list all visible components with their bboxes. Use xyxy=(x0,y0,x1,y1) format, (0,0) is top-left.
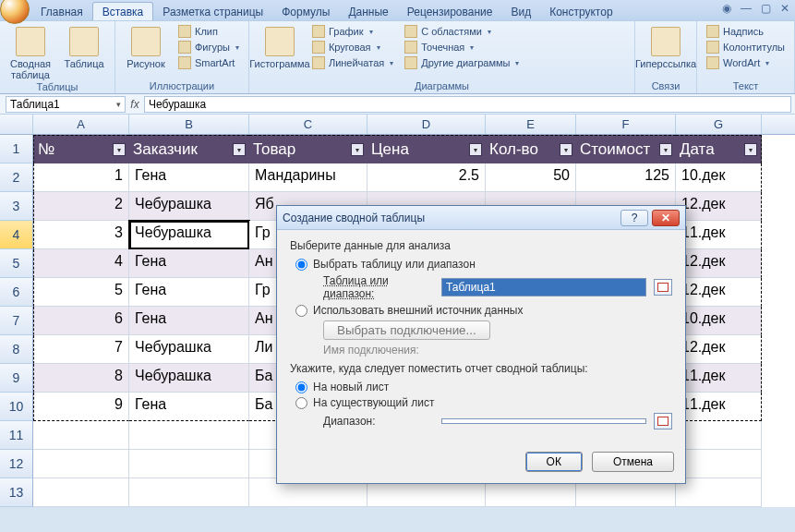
cell[interactable]: 10.дек xyxy=(676,307,762,335)
cell[interactable]: Гена xyxy=(129,393,249,421)
tab-home[interactable]: Главная xyxy=(31,3,92,20)
cell[interactable] xyxy=(129,450,249,478)
pie-chart-button[interactable]: Круговая▾ xyxy=(308,40,397,54)
radio-select-range[interactable] xyxy=(295,259,307,271)
cell[interactable] xyxy=(676,478,762,507)
name-box[interactable]: Таблица1▾ xyxy=(6,96,126,113)
cell[interactable]: Гена xyxy=(129,278,249,307)
pivot-table-button[interactable]: Сводная таблица xyxy=(6,24,55,80)
col-c[interactable]: C xyxy=(249,115,367,134)
row-header-6[interactable]: 6 xyxy=(0,278,33,307)
row-header-12[interactable]: 12 xyxy=(0,450,33,478)
shapes-button[interactable]: Фигуры▾ xyxy=(175,40,243,54)
help-icon[interactable]: ◉ xyxy=(722,2,731,15)
column-chart-button[interactable]: Гистограмма xyxy=(255,24,305,69)
col-e[interactable]: E xyxy=(486,115,576,134)
cell[interactable] xyxy=(129,478,249,507)
tab-formulas[interactable]: Формулы xyxy=(272,3,339,20)
cell[interactable]: 10.дек xyxy=(676,163,762,192)
cell[interactable]: 125 xyxy=(576,163,676,192)
cell[interactable]: 6 xyxy=(33,307,129,335)
radio-new-sheet[interactable] xyxy=(295,381,307,393)
dialog-help-button[interactable]: ? xyxy=(620,210,648,226)
cell[interactable]: 2 xyxy=(33,192,129,221)
cell[interactable]: 12.дек xyxy=(676,249,762,278)
table-header[interactable]: Дата▾ xyxy=(676,135,762,163)
table-header[interactable]: Заказчик▾ xyxy=(129,135,249,163)
cell[interactable]: Чебурашка xyxy=(129,221,249,249)
minimize-icon[interactable]: — xyxy=(741,2,752,15)
table-header[interactable]: Цена▾ xyxy=(367,135,486,163)
hyperlink-button[interactable]: Гиперссылка xyxy=(641,24,691,69)
range-picker-button[interactable] xyxy=(654,279,672,296)
tab-design[interactable]: Конструктор xyxy=(540,3,621,20)
table-header[interactable]: №▾ xyxy=(33,135,129,163)
row-header-11[interactable]: 11 xyxy=(0,421,33,450)
cell[interactable]: 1 xyxy=(33,163,129,192)
cell[interactable]: 8 xyxy=(33,364,129,393)
tab-data[interactable]: Данные xyxy=(339,3,397,20)
cell[interactable]: 7 xyxy=(33,335,129,364)
table-button[interactable]: Таблица xyxy=(59,24,109,69)
row-header-8[interactable]: 8 xyxy=(0,335,33,364)
cell[interactable]: Чебурашка xyxy=(129,192,249,221)
tab-review[interactable]: Рецензирование xyxy=(398,3,502,20)
formula-input[interactable]: Чебурашка xyxy=(144,96,791,113)
textbox-button[interactable]: Надпись xyxy=(703,24,789,39)
chevron-down-icon[interactable]: ▾ xyxy=(116,100,121,109)
range-input[interactable]: Таблица1 xyxy=(441,278,646,296)
col-a[interactable]: A xyxy=(33,115,129,134)
col-f[interactable]: F xyxy=(576,115,676,134)
radio-existing-sheet[interactable] xyxy=(295,397,307,409)
cell[interactable] xyxy=(129,421,249,450)
cell[interactable]: 9 xyxy=(33,393,129,421)
tab-insert[interactable]: Вставка xyxy=(92,2,154,20)
picture-button[interactable]: Рисунок xyxy=(121,24,171,69)
table-header[interactable]: Товар▾ xyxy=(249,135,367,163)
cell[interactable]: 11.дек xyxy=(676,364,762,393)
line-chart-button[interactable]: График▾ xyxy=(308,24,397,39)
ok-button[interactable]: ОК xyxy=(525,452,583,472)
filter-button[interactable]: ▾ xyxy=(351,143,364,156)
row-header-1[interactable]: 1 xyxy=(0,135,33,163)
cell[interactable] xyxy=(33,421,129,450)
cell[interactable]: 12.дек xyxy=(676,192,762,221)
cell[interactable]: Гена xyxy=(129,249,249,278)
area-chart-button[interactable]: С областями▾ xyxy=(401,24,523,39)
row-header-7[interactable]: 7 xyxy=(0,307,33,335)
filter-button[interactable]: ▾ xyxy=(659,143,672,156)
cell[interactable]: 50 xyxy=(486,163,576,192)
table-header[interactable]: Стоимост▾ xyxy=(576,135,676,163)
cell[interactable]: Гена xyxy=(129,307,249,335)
other-charts-button[interactable]: Другие диаграммы▾ xyxy=(401,55,523,70)
cell[interactable]: 11.дек xyxy=(676,221,762,249)
cell[interactable]: 4 xyxy=(33,249,129,278)
filter-button[interactable]: ▾ xyxy=(233,143,246,156)
row-header-4[interactable]: 4 xyxy=(0,221,33,249)
table-header[interactable]: Кол-во▾ xyxy=(486,135,576,163)
filter-button[interactable]: ▾ xyxy=(744,143,757,156)
wordart-button[interactable]: WordArt▾ xyxy=(703,55,789,70)
cell[interactable]: 12.дек xyxy=(676,335,762,364)
tab-view[interactable]: Вид xyxy=(501,3,540,20)
tab-pagelayout[interactable]: Разметка страницы xyxy=(153,3,272,20)
cell[interactable]: Чебурашка xyxy=(129,335,249,364)
bar-chart-button[interactable]: Линейчатая▾ xyxy=(308,55,397,70)
radio-external[interactable] xyxy=(295,305,307,317)
cell[interactable]: 12.дек xyxy=(676,278,762,307)
cell[interactable] xyxy=(33,478,129,507)
col-b[interactable]: B xyxy=(129,115,249,134)
cell[interactable]: Гена xyxy=(129,163,249,192)
filter-button[interactable]: ▾ xyxy=(560,143,572,156)
smartart-button[interactable]: SmartArt xyxy=(175,55,243,70)
col-d[interactable]: D xyxy=(367,115,486,134)
fx-icon[interactable]: fx xyxy=(126,98,144,111)
close-icon[interactable]: ✕ xyxy=(780,2,789,15)
row-header-13[interactable]: 13 xyxy=(0,478,33,507)
headerfooter-button[interactable]: Колонтитулы xyxy=(703,40,789,54)
row-header-9[interactable]: 9 xyxy=(0,364,33,393)
row-header-2[interactable]: 2 xyxy=(0,163,33,192)
cell[interactable]: 3 xyxy=(33,221,129,249)
row-header-10[interactable]: 10 xyxy=(0,393,33,421)
cell[interactable] xyxy=(676,421,762,450)
